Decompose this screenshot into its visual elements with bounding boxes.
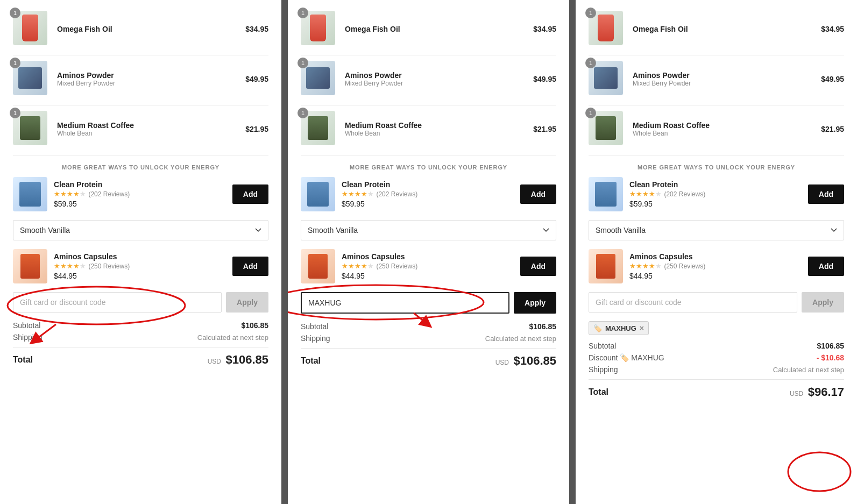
- coupon-icon: 🏷️: [593, 324, 602, 332]
- coupon-remove-button[interactable]: ×: [640, 324, 644, 332]
- upsell-image: [13, 249, 47, 283]
- product-price: $34.95: [533, 25, 556, 33]
- subtotal-value: $106.85: [529, 322, 556, 331]
- add-button[interactable]: Add: [232, 257, 268, 276]
- add-button[interactable]: Add: [808, 184, 844, 204]
- product-name: Aminos Powder: [345, 71, 533, 80]
- section-divider: [589, 155, 844, 155]
- product-item: 1 Medium Roast Coffee Whole Bean $21.95: [13, 111, 268, 147]
- subtotal-value: $106.85: [817, 342, 844, 350]
- product-image-wrap: 1: [13, 111, 49, 147]
- upsell-name: Aminos Capsules: [54, 252, 227, 261]
- upsell-info: Aminos Capsules ★★★★★ (250 Reviews) $44.…: [54, 252, 227, 280]
- discount-row: Apply: [589, 292, 844, 313]
- upsell-image: [301, 177, 335, 211]
- product-name: Medium Roast Coffee: [57, 121, 245, 130]
- product-image-wrap: 1: [589, 111, 625, 147]
- discount-input[interactable]: [589, 292, 797, 313]
- flavor-select[interactable]: Smooth Vanilla: [589, 220, 844, 240]
- product-subtitle: Whole Bean: [345, 130, 533, 137]
- section-divider: [13, 155, 268, 155]
- total-label: Total: [301, 356, 321, 366]
- add-button[interactable]: Add: [808, 257, 844, 276]
- apply-button[interactable]: Apply: [802, 292, 844, 313]
- subtotal-label: Subtotal: [13, 321, 40, 330]
- add-button[interactable]: Add: [232, 184, 268, 204]
- add-button[interactable]: Add: [520, 184, 556, 204]
- shipping-value: Calculated at next step: [197, 333, 268, 342]
- divider: [301, 55, 556, 55]
- shipping-row: Shipping Calculated at next step: [13, 333, 268, 342]
- shipping-label: Shipping: [589, 365, 618, 374]
- upsell-name: Clean Protein: [54, 180, 227, 189]
- product-info: Aminos Powder Mixed Berry Powder: [57, 71, 245, 87]
- shipping-value: Calculated at next step: [485, 335, 556, 343]
- product-image-wrap: 1: [589, 61, 625, 97]
- qty-badge: 1: [585, 58, 596, 68]
- product-name: Omega Fish Oil: [345, 25, 533, 33]
- discount-section: Apply: [13, 292, 268, 313]
- upsell-name: Aminos Capsules: [629, 252, 803, 261]
- discount-input[interactable]: [13, 292, 222, 313]
- product-name: Aminos Powder: [633, 71, 821, 80]
- qty-badge: 1: [298, 8, 308, 18]
- total-value: $106.85: [225, 353, 268, 366]
- upsell-stars: ★★★★★ (250 Reviews): [54, 261, 227, 271]
- discount-input[interactable]: [301, 292, 509, 314]
- upsell-price: $44.95: [54, 272, 227, 280]
- flavor-select-wrap: Smooth Vanilla: [589, 220, 844, 249]
- upsell-info: Aminos Capsules ★★★★★ (250 Reviews) $44.…: [629, 252, 803, 280]
- subtotal-label: Subtotal: [301, 322, 328, 331]
- product-price: $49.95: [533, 75, 556, 83]
- total-label: Total: [589, 387, 608, 397]
- product-price: $34.95: [245, 25, 268, 33]
- qty-badge: 1: [10, 8, 20, 18]
- upsell-item: Clean Protein ★★★★★ (202 Reviews) $59.95…: [13, 177, 268, 211]
- total-row: Total USD $96.17: [589, 379, 844, 399]
- divider: [589, 105, 844, 105]
- discount-label: Discount 🏷️ MAXHUG: [589, 353, 664, 362]
- flavor-select[interactable]: Smooth Vanilla: [301, 220, 556, 240]
- apply-button[interactable]: Apply: [226, 292, 268, 313]
- upsell-stars: ★★★★★ (250 Reviews): [629, 261, 803, 271]
- product-item: 1 Medium Roast Coffee Whole Bean $21.95: [589, 111, 844, 147]
- upsell-price: $59.95: [54, 200, 227, 208]
- product-info: Medium Roast Coffee Whole Bean: [345, 121, 533, 137]
- upsell-header: MORE GREAT WAYS TO UNLOCK YOUR ENERGY: [301, 164, 556, 171]
- divider: [13, 105, 268, 105]
- total-row: Total USD $106.85: [301, 348, 556, 368]
- subtotal-label: Subtotal: [589, 342, 616, 350]
- upsell-info: Clean Protein ★★★★★ (202 Reviews) $59.95: [342, 180, 515, 208]
- product-name: Omega Fish Oil: [633, 25, 821, 33]
- subtotal-row: Subtotal $106.85: [301, 322, 556, 331]
- product-subtitle: Mixed Berry Powder: [633, 80, 821, 87]
- product-image-wrap: 1: [13, 11, 49, 47]
- product-image-wrap: 1: [301, 61, 337, 97]
- total-row: Total USD $106.85: [13, 347, 268, 367]
- upsell-price: $44.95: [629, 272, 803, 280]
- discount-row: Apply: [13, 292, 268, 313]
- product-item: 1 Aminos Powder Mixed Berry Powder $49.9…: [301, 61, 556, 97]
- product-image-wrap: 1: [589, 11, 625, 47]
- product-subtitle: Whole Bean: [633, 130, 821, 137]
- upsell-info: Aminos Capsules ★★★★★ (250 Reviews) $44.…: [342, 252, 515, 280]
- product-info: Medium Roast Coffee Whole Bean: [57, 121, 245, 137]
- divider: [13, 55, 268, 55]
- product-item: 1 Omega Fish Oil $34.95: [13, 11, 268, 47]
- review-count: (202 Reviews): [664, 190, 705, 198]
- svg-point-4: [788, 452, 851, 491]
- product-info: Omega Fish Oil: [345, 25, 533, 33]
- product-image-wrap: 1: [301, 111, 337, 147]
- apply-button[interactable]: Apply: [514, 292, 556, 314]
- shipping-row: Shipping Calculated at next step: [589, 365, 844, 374]
- product-info: Omega Fish Oil: [633, 25, 821, 33]
- upsell-image: [589, 249, 623, 283]
- discount-value: - $10.68: [817, 353, 844, 362]
- product-name: Aminos Powder: [57, 71, 245, 80]
- product-info: Omega Fish Oil: [57, 25, 245, 33]
- add-button[interactable]: Add: [520, 257, 556, 276]
- discount-row-summary: Discount 🏷️ MAXHUG - $10.68: [589, 353, 844, 362]
- qty-badge: 1: [10, 58, 20, 68]
- subtotal-row: Subtotal $106.85: [13, 321, 268, 330]
- flavor-select[interactable]: Smooth Vanilla: [13, 220, 268, 240]
